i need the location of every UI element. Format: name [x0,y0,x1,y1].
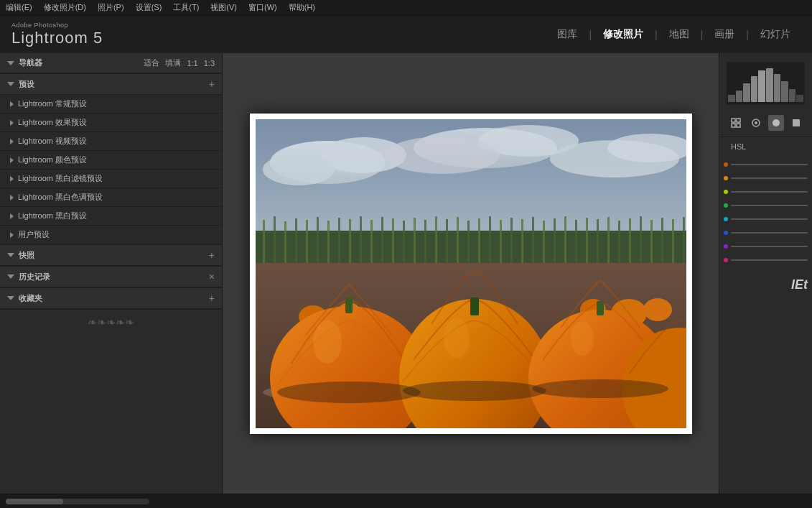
presets-section: 预设 + Lightroom 常规预设 Lightroom 效果预设 [0,74,222,245]
dot-tool[interactable] [768,115,784,131]
svg-rect-40 [575,220,577,263]
collections-add-btn[interactable]: + [209,292,215,304]
nav-map[interactable]: 地图 [659,28,699,41]
histogram [727,62,805,105]
svg-rect-11 [263,220,265,263]
collections-header[interactable]: 收藏夹 + [0,288,222,309]
slider-dot-6 [724,231,728,235]
circle-tool[interactable] [748,115,764,131]
history-triangle [7,274,14,279]
svg-rect-12 [274,216,276,263]
preset-group-header-4[interactable]: Lightroom 黑白滤镜预设 [0,170,222,188]
slider-track-3[interactable] [731,191,808,193]
preset-group-header-7[interactable]: 用户预设 [0,226,222,244]
nav-sep-4: | [745,29,750,40]
slider-track-4[interactable] [731,205,808,206]
preset-group-header-0[interactable]: Lightroom 常规预设 [0,95,222,113]
menu-window[interactable]: 窗口(W) [248,2,277,13]
slider-dot-3 [724,190,728,194]
svg-rect-24 [403,221,405,263]
zoom-fill[interactable]: 填满 [165,57,181,68]
navigator-header[interactable]: 导航器 适合 填满 1:1 1:3 [0,53,222,73]
zoom-1-3[interactable]: 1:3 [204,59,215,68]
slider-track-2[interactable] [731,177,808,179]
svg-rect-31 [478,218,480,263]
menu-develop[interactable]: 修改照片(D) [44,2,86,13]
square-tool[interactable] [788,115,804,131]
presets-header[interactable]: 预设 + [0,74,222,95]
module-nav: 图库 | 修改照片 | 地图 | 画册 | 幻灯片 [547,28,801,41]
snapshots-header-left: 快照 [7,250,34,261]
preset-label-4: Lightroom 黑白滤镜预设 [18,173,103,184]
menu-bar: 编辑(E) 修改照片(D) 照片(P) 设置(S) 工具(T) 视图(V) 窗口… [0,0,812,16]
menu-help[interactable]: 帮助(H) [289,2,315,13]
svg-rect-34 [510,218,513,263]
menu-settings[interactable]: 设置(S) [136,2,162,13]
scroll-thumb [6,499,63,504]
preset-label-0: Lightroom 常规预设 [18,98,87,109]
zoom-1-1[interactable]: 1:1 [187,59,197,68]
slider-track-8[interactable] [731,259,808,261]
svg-rect-81 [732,119,735,122]
photo-container[interactable] [250,114,692,434]
svg-rect-29 [457,217,459,263]
preset-group-header-3[interactable]: Lightroom 颜色预设 [0,151,222,169]
preset-group-4: Lightroom 黑白滤镜预设 [0,170,222,188]
menu-view[interactable]: 视图(V) [210,2,237,13]
preset-group-header-2[interactable]: Lightroom 视频预设 [0,132,222,150]
svg-rect-23 [392,218,394,263]
navigator-header-left: 导航器 [7,57,42,68]
svg-point-86 [755,121,757,124]
iet-label: IEt [791,277,808,292]
svg-rect-48 [661,218,663,263]
menu-photo[interactable]: 照片(P) [98,2,124,13]
preset-tri-4 [10,176,14,182]
photo-canvas [256,119,686,428]
slider-track-5[interactable] [731,218,808,220]
preset-group-7: 用户预设 [0,226,222,244]
app-name: Lightroom 5 [11,29,103,47]
nav-develop[interactable]: 修改照片 [593,28,653,41]
svg-rect-33 [500,220,502,263]
navigator-title: 导航器 [19,57,42,68]
preset-group-header-6[interactable]: Lightroom 黑白预设 [0,207,222,225]
preset-group-header-1[interactable]: Lightroom 效果预设 [0,114,222,131]
menu-tools[interactable]: 工具(T) [173,2,199,13]
preset-group-0: Lightroom 常规预设 [0,95,222,114]
nav-book[interactable]: 画册 [704,28,745,41]
svg-point-76 [571,321,594,356]
nav-library[interactable]: 图库 [547,28,587,41]
svg-rect-30 [467,221,470,263]
presets-add-btn[interactable]: + [209,78,215,90]
svg-rect-17 [327,221,330,263]
preset-tri-2 [10,139,14,144]
svg-rect-69 [345,297,353,313]
hsl-section: HSL [719,137,812,156]
snapshots-triangle [7,253,14,257]
nav-sep-2: | [653,29,659,40]
slider-row-5 [724,213,808,225]
svg-point-80 [532,379,668,398]
svg-rect-88 [793,119,800,126]
slider-track-7[interactable] [731,246,808,247]
nav-slideshow[interactable]: 幻灯片 [750,28,801,41]
scroll-area[interactable] [6,499,149,504]
slider-row-6 [724,227,808,239]
preset-group-header-5[interactable]: Lightroom 黑白色调预设 [0,188,222,206]
svg-point-73 [444,318,470,359]
snapshots-header[interactable]: 快照 + [0,245,222,266]
history-header[interactable]: 历史记录 × [0,267,222,287]
hsl-label: HSL [725,139,752,154]
preset-label-2: Lightroom 视频预设 [18,136,87,147]
zoom-fit[interactable]: 适合 [144,57,159,68]
history-close-btn[interactable]: × [209,271,215,282]
slider-track-6[interactable] [731,232,808,234]
grid-tool[interactable] [728,115,744,131]
snapshots-add-btn[interactable]: + [209,249,215,261]
slider-track-1[interactable] [731,164,808,165]
preset-tri-5 [10,195,14,200]
slider-dot-8 [724,258,728,262]
tools-row [724,115,808,131]
menu-edit[interactable]: 编辑(E) [6,2,32,13]
history-section: 历史记录 × [0,267,222,288]
